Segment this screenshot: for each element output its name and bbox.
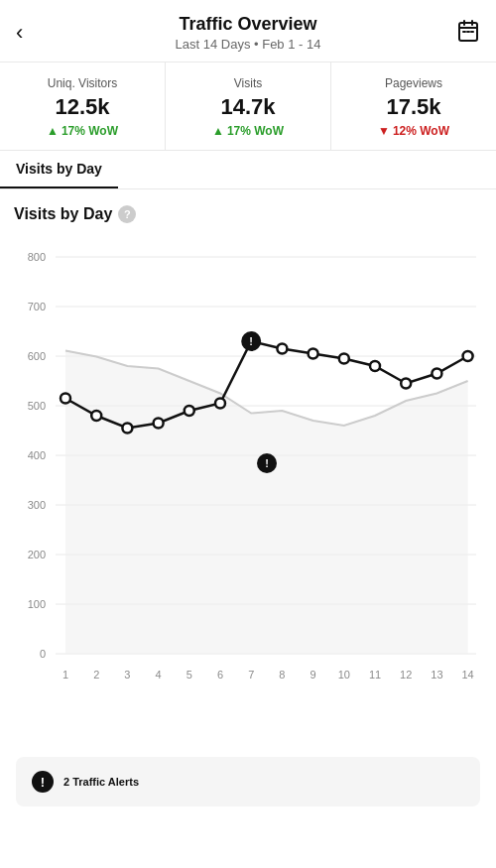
- chart-wrapper: .grid-line { stroke: #e8e8e8; stroke-wid…: [10, 237, 486, 737]
- svg-text:11: 11: [369, 669, 381, 681]
- svg-text:4: 4: [156, 669, 162, 681]
- svg-text:12: 12: [400, 669, 412, 681]
- stat-value-visitors: 12.5k: [8, 94, 157, 120]
- svg-point-26: [61, 394, 70, 404]
- svg-text:8: 8: [279, 669, 285, 681]
- svg-point-28: [122, 424, 132, 434]
- svg-text:2: 2: [93, 669, 99, 681]
- stat-label-visits: Visits: [174, 76, 322, 90]
- svg-text:700: 700: [28, 301, 46, 312]
- svg-text:3: 3: [124, 669, 130, 681]
- svg-text:!: !: [249, 335, 253, 347]
- svg-text:5: 5: [186, 669, 192, 681]
- svg-text:14: 14: [461, 669, 473, 681]
- svg-text:200: 200: [28, 549, 46, 560]
- stat-wow-visits: ▲ 17% WoW: [174, 124, 322, 138]
- tab-bar: Visits by Day: [0, 151, 496, 189]
- chart-title: Visits by Day: [14, 205, 112, 223]
- stats-row: Uniq. Visitors 12.5k ▲ 17% WoW Visits 14…: [0, 62, 496, 151]
- svg-point-37: [370, 361, 380, 371]
- svg-point-29: [154, 419, 164, 429]
- back-button[interactable]: ‹: [16, 20, 48, 46]
- arrow-down-icon: ▼: [378, 124, 390, 138]
- svg-point-36: [339, 354, 349, 364]
- svg-text:7: 7: [248, 669, 254, 681]
- svg-text:9: 9: [310, 669, 316, 681]
- svg-text:500: 500: [28, 400, 46, 412]
- svg-marker-25: [65, 351, 468, 655]
- stat-unique-visitors[interactable]: Uniq. Visitors 12.5k ▲ 17% WoW: [0, 62, 166, 150]
- stat-wow-visitors: ▲ 17% WoW: [8, 124, 157, 138]
- calendar-button[interactable]: [448, 19, 480, 48]
- svg-point-30: [185, 406, 194, 416]
- tab-visits-by-day[interactable]: Visits by Day: [0, 151, 118, 188]
- arrow-up-icon: ▲: [212, 124, 224, 138]
- svg-text:10: 10: [338, 669, 350, 681]
- svg-text:400: 400: [28, 449, 46, 461]
- stat-label-pageviews: Pageviews: [339, 76, 488, 90]
- page-subtitle: Last 14 Days • Feb 1 - 14: [48, 37, 448, 52]
- svg-point-39: [432, 369, 441, 379]
- svg-point-31: [215, 399, 225, 409]
- svg-point-35: [309, 349, 318, 359]
- stat-pageviews[interactable]: Pageviews 17.5k ▼ 12% WoW: [331, 62, 496, 150]
- alert-text: 2 Traffic Alerts: [63, 776, 139, 788]
- stat-wow-pageviews: ▼ 12% WoW: [339, 124, 488, 138]
- arrow-up-icon: ▲: [47, 124, 59, 138]
- page-header: ‹ Traffic Overview Last 14 Days • Feb 1 …: [0, 0, 496, 62]
- traffic-alerts-bar[interactable]: ! 2 Traffic Alerts: [16, 757, 480, 806]
- svg-point-38: [401, 379, 411, 389]
- chart-header: Visits by Day ?: [10, 205, 486, 223]
- svg-point-27: [91, 411, 101, 421]
- stat-value-visits: 14.7k: [174, 94, 322, 120]
- svg-text:800: 800: [28, 251, 46, 263]
- svg-text:1: 1: [62, 669, 68, 681]
- help-icon[interactable]: ?: [118, 205, 136, 223]
- chart-section: Visits by Day ? .grid-line { stroke: #e8…: [0, 189, 496, 747]
- line-chart: .grid-line { stroke: #e8e8e8; stroke-wid…: [10, 237, 486, 733]
- svg-text:600: 600: [28, 350, 46, 362]
- stat-label-visitors: Uniq. Visitors: [8, 76, 157, 90]
- page-title: Traffic Overview: [48, 14, 448, 35]
- stat-value-pageviews: 17.5k: [339, 94, 488, 120]
- stat-visits[interactable]: Visits 14.7k ▲ 17% WoW: [166, 62, 331, 150]
- svg-point-34: [277, 344, 287, 354]
- svg-text:300: 300: [28, 499, 46, 511]
- svg-text:6: 6: [217, 669, 223, 681]
- svg-text:100: 100: [28, 598, 46, 610]
- svg-text:0: 0: [40, 648, 46, 660]
- svg-text:!: !: [265, 457, 269, 469]
- alert-icon: !: [32, 771, 54, 793]
- header-center: Traffic Overview Last 14 Days • Feb 1 - …: [48, 14, 448, 52]
- svg-point-40: [463, 351, 473, 361]
- svg-text:13: 13: [431, 669, 442, 681]
